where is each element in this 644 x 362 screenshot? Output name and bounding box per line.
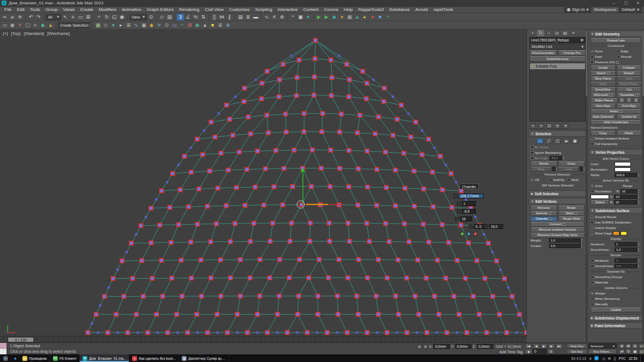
checkbox-delete-isolated-vertices[interactable]: ✓Delete Isolated Vertices xyxy=(591,137,629,140)
pin-stack-icon[interactable]: ⌖ xyxy=(530,123,536,129)
button-ring[interactable]: Ring xyxy=(530,167,551,172)
plugin-icon-3-icon[interactable]: ◆ xyxy=(331,14,338,21)
rollout-header-paint-deformation[interactable]: ▶Paint Deformation xyxy=(589,322,643,329)
checkbox-smooth-result[interactable]: ✓Smooth Result xyxy=(591,215,616,219)
button-msmooth[interactable]: MSmooth xyxy=(591,93,616,98)
undo-icon[interactable]: ↶ xyxy=(27,14,34,21)
caddy-ok-button[interactable] xyxy=(460,232,464,236)
radio-none[interactable]: None xyxy=(591,50,616,53)
chamfer-depth-field[interactable]: 16 xyxy=(460,216,472,221)
spinner-field[interactable]: 1,0▴▾ xyxy=(615,248,641,252)
chamfer-amount-field[interactable]: 128,171mm xyxy=(458,194,484,198)
rollout-header-selection[interactable]: ▼Selection xyxy=(529,130,586,137)
time-slider[interactable]: 0 / 100 xyxy=(8,337,34,342)
spinner-field[interactable]: R:10▴▾ xyxy=(617,189,642,194)
menu-substance[interactable]: Substance xyxy=(386,7,413,12)
menu-rapidtools[interactable]: rapidTools xyxy=(431,7,456,12)
spinner-value[interactable]: 0,0 xyxy=(549,244,581,248)
selection-lock-toggle[interactable]: ⊘ xyxy=(423,344,428,349)
button-repeat-last[interactable]: Repeat Last xyxy=(591,38,641,43)
caddy-apply-button[interactable] xyxy=(467,232,471,236)
menu-corona[interactable]: Corona xyxy=(321,7,341,12)
quick-button-floorgenerator[interactable]: FloorGenerator xyxy=(529,50,557,56)
button-tessellate[interactable]: Tessellate xyxy=(617,93,642,98)
button-update[interactable]: Update xyxy=(591,307,641,312)
tool2-icon-2-icon[interactable]: ◉ xyxy=(9,22,16,29)
spinner-value[interactable]: 1 xyxy=(615,258,637,263)
chamfer-tension-field[interactable]: -6,5 xyxy=(462,209,476,214)
volume-icon[interactable]: ◁ xyxy=(601,356,605,361)
tool2-icon-11-icon[interactable]: ▸ xyxy=(117,22,124,29)
go-to-end-button[interactable]: ▶| xyxy=(556,343,563,348)
minimize-button[interactable]: – xyxy=(608,0,620,7)
border-mode-icon[interactable]: ▢ xyxy=(554,138,561,144)
angle-snap-toggle-icon[interactable]: ∠ xyxy=(184,14,192,21)
coord-input[interactable]: 0,0mm xyxy=(455,344,472,349)
viewport-standard-menu[interactable]: [Standard] xyxy=(23,31,44,36)
language-indicator[interactable]: РУС xyxy=(619,357,626,360)
spinner-value[interactable] xyxy=(552,167,556,171)
color-swatch[interactable] xyxy=(621,231,627,236)
checkbox-show-cage[interactable]: ✓Show Cage xyxy=(591,232,612,235)
zoom-extents-icon[interactable]: ⊡ xyxy=(632,343,638,348)
spinner-value[interactable]: 10 xyxy=(621,189,638,194)
motion-tab[interactable]: ◎ xyxy=(553,30,560,36)
menu-edit[interactable]: Edit xyxy=(14,7,27,12)
render-production-icon[interactable]: ● xyxy=(305,14,312,21)
close-button[interactable]: ✕ xyxy=(632,0,644,7)
chamfer-invert-field[interactable]: 16,0 xyxy=(489,224,503,229)
create-selection-set-dropdown[interactable]: Create Selection Se...▾ xyxy=(58,22,91,28)
checkbox-smoothing-groups[interactable]: Smoothing Groups xyxy=(591,275,622,279)
object-color-swatch[interactable] xyxy=(580,38,584,42)
spinner-value[interactable]: 1,0 xyxy=(549,238,581,243)
button-slice[interactable]: Slice xyxy=(591,82,616,87)
button-detach[interactable]: Detach xyxy=(617,71,642,76)
spinner-arrows-icon[interactable]: ▴▾ xyxy=(638,189,641,194)
button-z[interactable]: Z xyxy=(633,98,639,103)
spinner-field[interactable]: ▴▾ xyxy=(552,167,557,171)
checkbox-materials[interactable]: Materials xyxy=(591,281,608,284)
edit-named-selection-sets-icon[interactable]: {} xyxy=(211,14,218,21)
track-bar[interactable]: 0 / 100 xyxy=(0,336,527,342)
spinner-arrows-icon[interactable]: ▴▾ xyxy=(638,195,641,199)
radio-normal[interactable]: Normal xyxy=(617,55,642,58)
settings-icon[interactable] xyxy=(616,61,619,64)
timeline-track[interactable] xyxy=(1,337,526,342)
selection-set-dropdown[interactable]: Selected▾ xyxy=(588,343,617,348)
button-slice-plane[interactable]: Slice Plane xyxy=(591,76,616,81)
color-swatch[interactable] xyxy=(613,231,619,236)
select-and-link-icon[interactable]: ∞ xyxy=(1,14,8,21)
menu-interactive[interactable]: Interactive xyxy=(275,7,301,12)
rollout-header-soft-selection[interactable]: ▶Soft Selection xyxy=(529,190,586,197)
maxscript-mini-listener[interactable] xyxy=(0,343,7,355)
polygon-mode-icon[interactable]: ▰ xyxy=(563,138,570,144)
taskbar-app-диспетчер-суляр-кра-[interactable]: ▥Диспетчер Суляр кра... xyxy=(179,354,229,362)
viewport-top[interactable]: [+][Top][Standard][Wireframe] Chamfer128… xyxy=(0,29,527,336)
remove-modifier-icon[interactable]: ✕ xyxy=(554,123,560,129)
settings-icon[interactable] xyxy=(574,212,577,215)
spinner-arrows-icon[interactable]: ▴▾ xyxy=(581,244,585,248)
menu-scripting[interactable]: Scripting xyxy=(252,7,275,12)
align-icon[interactable]: ∥ xyxy=(226,14,233,21)
checkbox-by-angle-[interactable]: By Angle: xyxy=(530,156,548,160)
spinner-arrows-icon[interactable]: ▴▾ xyxy=(638,264,641,268)
start-button[interactable]: ⊞ xyxy=(0,354,11,362)
show-end-result-icon[interactable]: ≡ xyxy=(538,123,544,129)
button-loop[interactable]: Loop xyxy=(558,167,579,172)
button-y[interactable]: Y xyxy=(626,98,632,103)
spinner-value[interactable]: 10 xyxy=(614,200,637,204)
tray-app-icon[interactable] xyxy=(594,356,599,360)
plugin-icon-9-icon[interactable]: ■ xyxy=(377,14,384,21)
add-time-tag-button[interactable]: Add Time Tag xyxy=(499,350,523,354)
coord-input[interactable]: 0,0mm xyxy=(433,344,450,349)
button-hide-unselected[interactable]: Hide Unselected xyxy=(591,120,641,125)
rollout-header-subdivision-displacement[interactable]: ▶Subdivision Displacement xyxy=(589,315,643,321)
keyboard-shortcut-override-icon[interactable]: ▤ xyxy=(166,14,173,21)
select-and-place-icon[interactable]: ◉ xyxy=(118,14,126,21)
reference-coordinate-dropdown[interactable]: View▾ xyxy=(129,14,147,20)
caddy-icon[interactable] xyxy=(484,225,488,228)
rollout-header-edit-geometry[interactable]: ▼Edit Geometry xyxy=(589,31,643,37)
configure-modifier-sets-icon[interactable]: ▾ xyxy=(563,123,569,129)
spinner-arrows-icon[interactable]: ▴▾ xyxy=(638,242,641,246)
spinner-field[interactable]: 100,0▴▾ xyxy=(615,173,641,177)
